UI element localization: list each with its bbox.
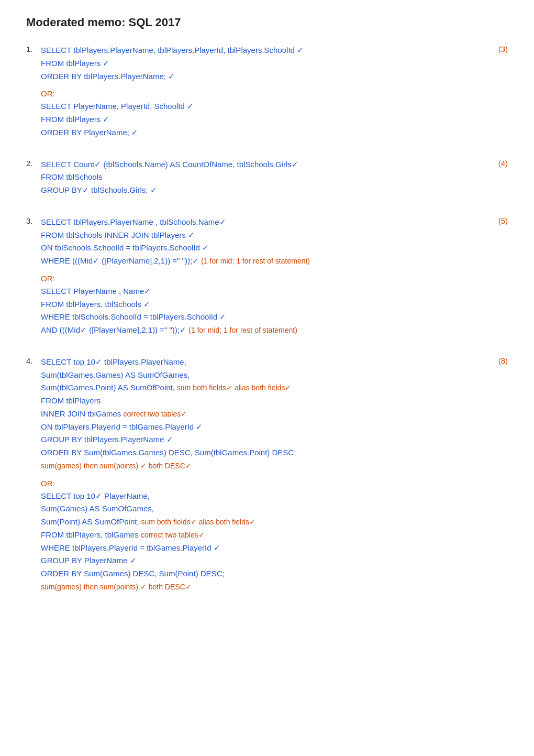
question-number: 3.	[26, 216, 41, 225]
code-line: FROM tblPlayers	[41, 395, 489, 408]
code-line: SELECT PlayerName, PlayerId, SchoolId ✓	[41, 100, 489, 113]
questions-container: 1.SELECT tblPlayers.PlayerName, tblPlaye…	[26, 44, 508, 594]
code-line: GROUP BY PlayerName ✓	[41, 554, 489, 567]
question-content: SELECT Count✓ (tblSchools.Name) AS Count…	[41, 158, 489, 197]
question-score: (4)	[489, 158, 508, 168]
code-line: FROM tblPlayers, tblSchools ✓	[41, 298, 489, 311]
question-block: 2.SELECT Count✓ (tblSchools.Name) AS Cou…	[26, 158, 508, 197]
question-content: SELECT top 10✓ tblPlayers.PlayerName,Sum…	[41, 356, 489, 594]
or-label: OR:	[41, 274, 489, 283]
code-line: FROM tblSchools	[41, 171, 489, 184]
alt-code-block: SELECT PlayerName, PlayerId, SchoolId ✓F…	[41, 100, 489, 139]
code-line: ORDER BY Sum(Games) DESC, Sum(Point) DES…	[41, 567, 489, 580]
code-line: GROUP BY✓ tblSchools.Girls; ✓	[41, 184, 489, 197]
question-score: (5)	[489, 216, 508, 225]
code-line: WHERE tblPlayers.PlayerId = tblGames.Pla…	[41, 542, 489, 555]
code-line: SELECT Count✓ (tblSchools.Name) AS Count…	[41, 158, 489, 171]
code-line: GROUP BY tblPlayers.PlayerName ✓	[41, 433, 489, 446]
code-line: sum(games) then sum(points) ✓ both DESC✓	[41, 459, 489, 473]
primary-code-block: SELECT Count✓ (tblSchools.Name) AS Count…	[41, 158, 489, 197]
code-line: ORDER BY tblPlayers.PlayerName; ✓	[41, 70, 489, 83]
code-line: ON tblPlayers.PlayerId = tblGames.Player…	[41, 421, 489, 434]
code-line: FROM tblPlayers ✓	[41, 113, 489, 126]
question-number: 1.	[26, 44, 41, 53]
alt-code-block: SELECT PlayerName , Name✓FROM tblPlayers…	[41, 285, 489, 337]
code-line: FROM tblPlayers ✓	[41, 57, 489, 70]
primary-code-block: SELECT tblPlayers.PlayerName , tblSchool…	[41, 216, 489, 268]
question-score: (3)	[489, 44, 508, 53]
code-line: FROM tblPlayers, tblGames correct two ta…	[41, 529, 489, 542]
code-line: INNER JOIN tblGames correct two tables✓	[41, 408, 489, 421]
code-line: SELECT tblPlayers.PlayerName, tblPlayers…	[41, 44, 489, 57]
question-block: 4.SELECT top 10✓ tblPlayers.PlayerName,S…	[26, 356, 508, 594]
code-line: SELECT top 10✓ tblPlayers.PlayerName,	[41, 356, 489, 369]
question-row: 1.SELECT tblPlayers.PlayerName, tblPlaye…	[26, 44, 508, 139]
primary-code-block: SELECT tblPlayers.PlayerName, tblPlayers…	[41, 44, 489, 83]
code-line: Sum(tblGames.Games) AS SumOfGames,	[41, 369, 489, 382]
question-row: 3.SELECT tblPlayers.PlayerName , tblScho…	[26, 216, 508, 337]
question-block: 3.SELECT tblPlayers.PlayerName , tblScho…	[26, 216, 508, 337]
code-line: ORDER BY PlayerName; ✓	[41, 126, 489, 139]
question-content: SELECT tblPlayers.PlayerName , tblSchool…	[41, 216, 489, 337]
or-label: OR:	[41, 479, 489, 488]
primary-code-block: SELECT top 10✓ tblPlayers.PlayerName,Sum…	[41, 356, 489, 473]
code-line: ORDER BY Sum(tblGames.Games) DESC, Sum(t…	[41, 446, 489, 459]
code-line: sum(games) then sum(points) ✓ both DESC✓	[41, 580, 489, 594]
question-number: 4.	[26, 356, 41, 365]
code-line: Sum(Games) AS SumOfGames,	[41, 502, 489, 516]
code-line: AND (((Mid✓ ([PlayerName],2,1)) =" "));✓…	[41, 324, 489, 337]
alt-code-block: SELECT top 10✓ PlayerName,Sum(Games) AS …	[41, 490, 489, 594]
code-line: FROM tblSchools INNER JOIN tblPlayers ✓	[41, 229, 489, 242]
question-content: SELECT tblPlayers.PlayerName, tblPlayers…	[41, 44, 489, 139]
code-line: SELECT PlayerName , Name✓	[41, 285, 489, 298]
code-line: Sum(Point) AS SumOfPoint, sum both field…	[41, 516, 489, 529]
page-title: Moderated memo: SQL 2017	[26, 16, 508, 29]
question-number: 2.	[26, 158, 41, 168]
code-line: ON tblSchools.SchoolId = tblPlayers.Scho…	[41, 242, 489, 255]
or-label: OR:	[41, 89, 489, 98]
question-score: (8)	[489, 356, 508, 365]
question-row: 4.SELECT top 10✓ tblPlayers.PlayerName,S…	[26, 356, 508, 594]
question-block: 1.SELECT tblPlayers.PlayerName, tblPlaye…	[26, 44, 508, 139]
code-line: WHERE (((Mid✓ ([PlayerName],2,1)) =" "))…	[41, 255, 489, 268]
code-line: WHERE tblSchools.SchoolId = tblPlayers.S…	[41, 311, 489, 324]
code-line: SELECT top 10✓ PlayerName,	[41, 490, 489, 503]
code-line: SELECT tblPlayers.PlayerName , tblSchool…	[41, 216, 489, 229]
code-line: Sum(tblGames.Point) AS SumOfPoint, sum b…	[41, 381, 489, 395]
question-row: 2.SELECT Count✓ (tblSchools.Name) AS Cou…	[26, 158, 508, 197]
